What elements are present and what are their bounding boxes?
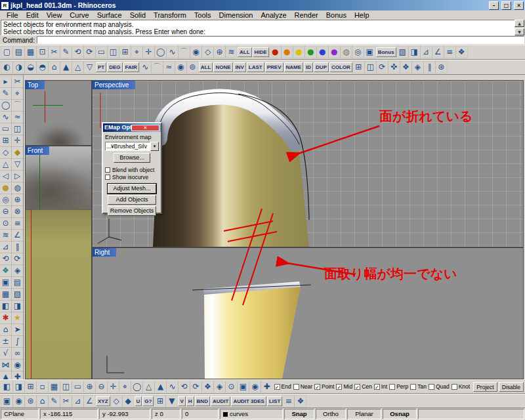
tool-icon[interactable]: △ <box>0 159 11 170</box>
toolbar-icon[interactable]: ⟲ <box>72 47 83 58</box>
osnap-item[interactable]: Knot <box>452 383 471 390</box>
toolbar-icon[interactable]: ▽ <box>84 62 95 73</box>
tool-icon[interactable]: ▤ <box>12 277 23 288</box>
planar-toggle[interactable]: Planar <box>347 409 381 419</box>
tool-icon[interactable]: √ <box>0 348 11 359</box>
toolbar-icon[interactable]: ◫ <box>108 47 119 58</box>
add-objects-button[interactable]: Add Objects <box>108 195 156 205</box>
toolbar-icon[interactable]: ✛ <box>108 381 119 392</box>
tool-icon[interactable]: ⟳ <box>12 253 23 264</box>
toolbar-icon[interactable]: AUDIT <box>211 396 230 406</box>
toolbar-icon[interactable]: ◆ <box>123 396 134 407</box>
osnap-item[interactable]: Near <box>293 383 312 390</box>
osnap-checkbox-int[interactable]: ✓ <box>374 384 380 390</box>
menu-item[interactable]: View <box>43 10 66 20</box>
tool-icon[interactable]: ◉ <box>12 360 23 371</box>
toolbar-icon[interactable]: ≡ <box>283 396 294 407</box>
snap-toggle[interactable]: Snap <box>284 409 314 419</box>
tool-icon[interactable]: ≈ <box>12 112 23 123</box>
adjust-mesh-button[interactable]: Adjust Mesh... <box>108 184 156 194</box>
scroll-up-icon[interactable]: ▲ <box>514 20 524 27</box>
osnap-checkbox-perp[interactable] <box>389 384 395 390</box>
osnap-item[interactable]: Quad <box>429 383 450 390</box>
toolbar-icon[interactable]: ◧ <box>1 381 12 392</box>
menu-item[interactable]: Curve <box>66 10 93 20</box>
toolbar-icon[interactable]: NAME <box>284 62 304 72</box>
tool-icon[interactable]: ∫ <box>12 336 23 347</box>
toolbar-icon[interactable]: ⌒ <box>178 47 190 58</box>
toolbar-icon[interactable]: ◒ <box>25 62 36 73</box>
toolbar-icon[interactable]: ▣ <box>1 396 12 407</box>
toolbar-icon[interactable]: ❖ <box>295 396 306 407</box>
toolbar-icon[interactable]: H <box>186 396 194 406</box>
tool-icon[interactable]: ▭ <box>0 123 11 135</box>
toolbar-icon[interactable]: ▫ <box>37 381 48 392</box>
toolbar-icon[interactable]: ▦ <box>49 381 60 392</box>
toolbar-icon[interactable]: ⌖ <box>119 381 131 392</box>
maximize-button[interactable]: □ <box>501 1 511 10</box>
toolbar-icon[interactable]: ◨ <box>409 47 420 58</box>
menu-item[interactable]: Tools <box>190 10 215 20</box>
toolbar-icon[interactable]: ▼ <box>166 396 177 407</box>
toolbar-icon[interactable]: ⊞ <box>119 47 131 58</box>
toolbar-icon[interactable]: ● <box>305 47 316 58</box>
toolbar-icon[interactable]: ◑ <box>13 62 24 73</box>
tool-icon[interactable]: ✂ <box>12 76 23 87</box>
toolbar-icon[interactable]: ❖ <box>456 47 467 58</box>
tool-icon[interactable]: ◎ <box>0 194 11 205</box>
toolbar-icon[interactable]: ⊛ <box>25 396 36 407</box>
osnap-item[interactable]: ✓Mid <box>336 383 352 390</box>
toolbar-icon[interactable]: LIST <box>267 396 282 406</box>
menu-item[interactable]: Render <box>291 10 322 20</box>
toolbar-icon[interactable]: ▢ <box>1 47 12 58</box>
toolbar-icon[interactable]: ⊕ <box>214 47 225 58</box>
toolbar-icon[interactable]: XYZ <box>96 396 110 406</box>
menu-item[interactable]: Dimension <box>215 10 257 20</box>
disable-button[interactable]: Disable <box>499 382 524 392</box>
tool-icon[interactable]: ▸ <box>0 76 11 87</box>
toolbar-icon[interactable]: ∠ <box>432 47 444 58</box>
toolbar-icon[interactable]: U <box>135 396 142 406</box>
tool-icon[interactable]: ⊖ <box>0 206 11 217</box>
tool-icon[interactable]: ⟲ <box>0 253 11 264</box>
viewport-front[interactable]: Front <box>25 146 92 379</box>
tool-icon[interactable]: ∿ <box>0 112 11 123</box>
menu-item[interactable]: Surface <box>93 10 126 20</box>
toolbar-icon[interactable]: ⊿ <box>421 47 432 58</box>
toolbar-icon[interactable]: ◇ <box>202 47 213 58</box>
viewport-front-label[interactable]: Front <box>26 146 49 155</box>
toolbar-icon[interactable]: ● <box>282 47 293 58</box>
toolbar-icon[interactable]: ALL <box>199 62 213 72</box>
osnap-item[interactable]: ✓Cen <box>354 383 372 390</box>
toolbar-icon[interactable]: ⌖ <box>131 47 142 58</box>
toolbar-icon[interactable]: ≈ <box>163 62 175 73</box>
toolbar-icon[interactable]: ✂ <box>60 396 72 407</box>
blend-checkbox[interactable] <box>105 167 110 173</box>
emap-options-dialog[interactable]: EMap Options ✕ Environment map ...¥Brush… <box>102 122 162 214</box>
tool-icon[interactable]: ⌒ <box>12 100 23 111</box>
toolbar-icon[interactable]: ⊛ <box>436 62 447 73</box>
tool-icon[interactable]: ▽ <box>12 159 23 170</box>
toolbar-icon[interactable]: ∥ <box>424 62 435 73</box>
toolbar-icon[interactable]: ✛ <box>143 47 154 58</box>
tool-icon[interactable]: ∠ <box>12 230 23 241</box>
toolbar-icon[interactable]: DUP <box>314 62 329 72</box>
isocurve-checkbox-row[interactable]: Show isocurve <box>105 173 159 180</box>
toolbar-icon[interactable]: ❖ <box>202 381 213 392</box>
tool-icon[interactable]: ⊿ <box>0 242 11 253</box>
scroll-down-icon[interactable]: ▼ <box>514 28 524 35</box>
toolbar-icon[interactable]: ⟳ <box>84 47 95 58</box>
tool-icon[interactable]: ◆ <box>12 147 23 158</box>
minimize-button[interactable]: – <box>489 1 499 10</box>
toolbar-icon[interactable]: ◇ <box>111 396 122 407</box>
toolbar-icon[interactable]: ALL <box>238 47 252 57</box>
toolbar-icon[interactable]: ▲ <box>155 381 166 392</box>
toolbar-icon[interactable]: ▭ <box>72 381 83 392</box>
tool-icon[interactable]: ◨ <box>12 301 23 312</box>
tool-icon[interactable]: ➤ <box>12 324 23 335</box>
toolbar-icon[interactable]: AUDIT 3DES <box>231 396 266 406</box>
toolbar-icon[interactable]: ⊿ <box>72 396 83 407</box>
toolbar-icon[interactable]: ✎ <box>49 396 60 407</box>
tool-icon[interactable]: ◯ <box>0 100 11 111</box>
tool-icon[interactable]: ◁ <box>0 171 11 182</box>
